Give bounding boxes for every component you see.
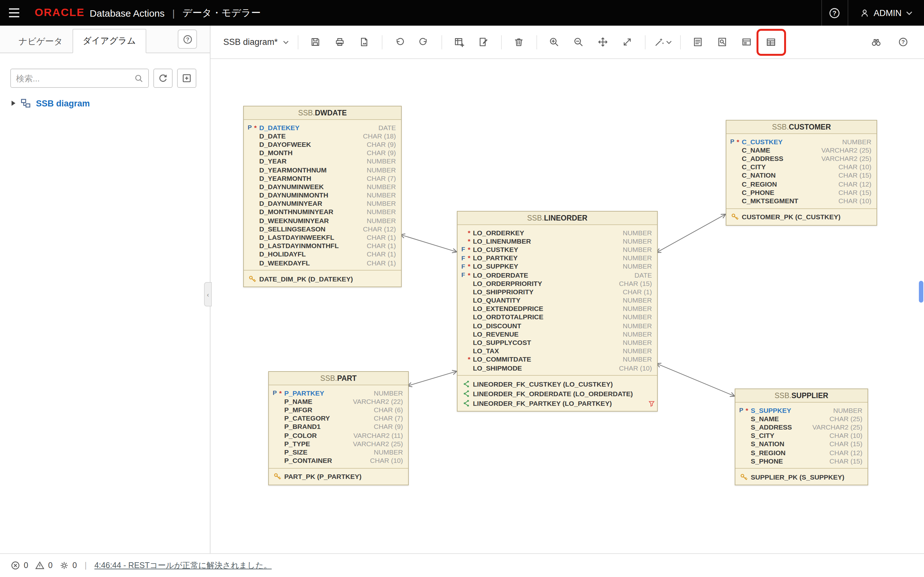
column-type: NUMBER: [359, 157, 396, 165]
column-name: LO_ORDERPRIORITY: [473, 279, 542, 287]
header-help-icon[interactable]: ?: [821, 0, 847, 26]
entity-ssb-dwdate[interactable]: SSB.DWDATEP*D_DATEKEYDATED_DATECHAR (18)…: [243, 106, 402, 287]
error-count[interactable]: 0: [10, 560, 28, 571]
help-icon: ?: [897, 37, 908, 47]
tab-navigator[interactable]: ナビゲータ: [9, 30, 73, 53]
not-null-marker: *: [468, 229, 473, 236]
process-count[interactable]: 0: [59, 560, 77, 571]
object-details-button[interactable]: [735, 31, 759, 53]
warning-count[interactable]: 0: [35, 560, 53, 571]
entity-keys: LINEORDER_FK_CUSTKEY (LO_CUSTKEY)LINEORD…: [457, 375, 657, 411]
entity-ssb-lineorder[interactable]: SSB.LINEORDER*LO_ORDERKEYNUMBER*LO_LINEN…: [457, 211, 658, 412]
help-button[interactable]: ?: [891, 31, 915, 53]
column-type: CHAR (9): [359, 149, 396, 156]
user-menu[interactable]: ADMIN: [847, 0, 924, 26]
zoom-out-icon: [573, 37, 584, 47]
entity-keys: PART_PK (P_PARTKEY): [269, 468, 408, 484]
status-message-link[interactable]: 4:46:44 - RESTコールが正常に解決されました。: [94, 560, 272, 571]
not-null-marker: *: [746, 406, 751, 414]
column-type: CHAR (15): [830, 171, 871, 179]
column-name: C_REGION: [742, 180, 777, 187]
refresh-button[interactable]: [153, 69, 173, 88]
foreign-key-icon: [462, 380, 470, 388]
relationship-part-lineorder[interactable]: [407, 371, 457, 386]
column-c_phone: C_PHONECHAR (15): [726, 188, 877, 196]
find-icon: [871, 37, 881, 47]
diagram-report-button[interactable]: [710, 31, 735, 53]
entity-ssb-customer[interactable]: SSB.CUSTOMERP*C_CUSTKEYNUMBERC_NAMEVARCH…: [726, 120, 877, 226]
entity-columns: P*D_DATEKEYDATED_DATECHAR (18)D_DAYOFWEE…: [244, 120, 401, 270]
canvas-scrollbar-thumb[interactable]: [919, 281, 923, 303]
column-type: NUMBER: [615, 237, 652, 245]
add-object-button[interactable]: [447, 31, 472, 53]
column-type: CHAR (1): [359, 242, 396, 250]
zoom-out-button[interactable]: [567, 31, 591, 53]
ddl-preview-button[interactable]: [686, 31, 710, 53]
fit-screen-button[interactable]: [615, 31, 640, 53]
print-button[interactable]: [328, 31, 352, 53]
flag-fk: F: [461, 271, 468, 278]
column-c_mktsegment: C_MKTSEGMENTCHAR (10): [726, 197, 877, 205]
zoom-in-button[interactable]: [542, 31, 567, 53]
find-button[interactable]: [864, 31, 888, 53]
diagram-tree: SSB diagram: [0, 88, 210, 108]
not-null-marker: *: [468, 237, 473, 245]
delete-icon: [514, 37, 525, 47]
relationship-dwdate-lineorder[interactable]: [401, 235, 457, 252]
column-name: D_DAYNUMINWEEK: [259, 183, 324, 190]
column-name: LO_EXTENDEDPRICE: [473, 305, 543, 313]
grid-view-button[interactable]: [759, 31, 783, 53]
diagram-canvas[interactable]: SSB.DWDATEP*D_DATEKEYDATED_DATECHAR (18)…: [210, 60, 924, 554]
undo-button[interactable]: [388, 31, 412, 53]
relationship-lineorder-customer[interactable]: [656, 214, 726, 253]
expand-caret-icon[interactable]: [11, 101, 15, 106]
add-diagram-icon: [182, 73, 192, 83]
flag-fk: F: [461, 263, 468, 270]
tree-item-ssb-diagram[interactable]: SSB diagram: [11, 98, 210, 108]
chevron-down-icon: [906, 11, 913, 15]
filter-badge[interactable]: [648, 398, 655, 410]
column-type: CHAR (10): [830, 163, 871, 171]
export-diagram-button[interactable]: [352, 31, 376, 53]
column-type: NUMBER: [359, 183, 396, 190]
entity-columns: P*S_SUPPKEYNUMBERS_NAMECHAR (25)S_ADDRES…: [735, 403, 867, 468]
relationship-lineorder-supplier[interactable]: [656, 364, 735, 396]
column-name: LO_TAX: [473, 347, 499, 355]
svg-text:?: ?: [901, 39, 905, 45]
sidebar-collapse-handle[interactable]: ‹: [204, 282, 212, 306]
entity-ssb-supplier[interactable]: SSB.SUPPLIERP*S_SUPPKEYNUMBERS_NAMECHAR …: [735, 388, 868, 486]
save-button[interactable]: [304, 31, 328, 53]
sidebar-help-button[interactable]: ?: [178, 29, 197, 49]
entity-keys: DATE_DIM_PK (D_DATEKEY): [244, 270, 401, 287]
menu-icon[interactable]: [9, 5, 26, 21]
edit-object-button[interactable]: [472, 31, 496, 53]
column-type: CHAR (10): [822, 432, 863, 439]
diagram-select-label: SSB diagram*: [223, 37, 278, 47]
create-diagram-button[interactable]: [177, 69, 196, 88]
column-name: C_CITY: [742, 163, 766, 171]
column-type: NUMBER: [359, 191, 396, 199]
entity-title: SSB.SUPPLIER: [735, 389, 867, 403]
column-name: S_PHONE: [751, 457, 783, 464]
pan-button[interactable]: [591, 31, 615, 53]
key-label: LINEORDER_FK_PARTKEY (LO_PARTKEY): [473, 399, 612, 407]
tab-diagrams[interactable]: ダイアグラム: [73, 29, 146, 53]
auto-layout-button[interactable]: [651, 31, 675, 53]
column-d_daynuminweek: D_DAYNUMINWEEKNUMBER: [244, 182, 401, 191]
filter-icon[interactable]: [648, 400, 655, 407]
column-name: C_NAME: [742, 146, 771, 154]
diagram-select[interactable]: SSB diagram*: [220, 34, 292, 50]
search-input[interactable]: [11, 73, 134, 83]
primary-key-icon: [273, 472, 281, 480]
delete-button[interactable]: [507, 31, 531, 53]
column-s_nation: S_NATIONCHAR (15): [735, 440, 867, 448]
column-p_name: P_NAMEVARCHAR2 (22): [269, 397, 408, 405]
column-name: LO_SHIPMODE: [473, 364, 522, 372]
search-box: [10, 69, 149, 88]
entity-ssb-part[interactable]: SSB.PARTP*P_PARTKEYNUMBERP_NAMEVARCHAR2 …: [268, 371, 409, 485]
column-name: LO_ORDTOTALPRICE: [473, 313, 543, 321]
toolbar-separator: [680, 35, 681, 49]
toolbar-right: ?: [864, 31, 915, 53]
redo-button[interactable]: [412, 31, 436, 53]
column-type: CHAR (1): [359, 259, 396, 266]
